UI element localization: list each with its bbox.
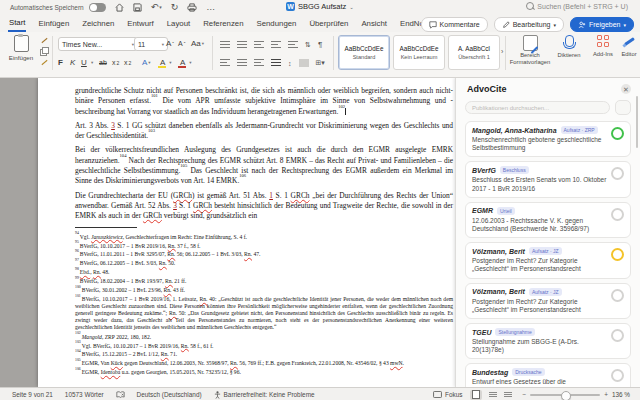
text-effects-button[interactable]: A▾ [142,56,151,69]
justify-icon[interactable] [271,59,281,67]
align-left-icon[interactable] [220,59,230,67]
underline-button[interactable]: U [81,56,87,69]
bold-button[interactable]: F [58,56,63,69]
bullet-list-icon[interactable] [220,41,230,49]
shading-icon[interactable] [299,59,309,67]
underline-chevron[interactable]: ▾ [91,56,93,69]
citation-card[interactable]: Mangold, Anna-KatharinaAufsatz · ZRPMens… [465,121,631,157]
more-icon[interactable]: … [206,3,215,12]
italic-button[interactable]: K [70,56,75,69]
change-case-button[interactable]: Aa▾ [191,37,204,50]
tab-entwurf[interactable]: Entwurf [126,16,154,31]
subscript-button[interactable]: x2 [112,56,119,69]
citation-card[interactable]: EGMRUrteil12.06.2003 - Rechtssache V. K.… [465,202,631,238]
zoom-in-icon[interactable]: + [604,391,608,398]
multilevel-list-icon[interactable] [254,41,264,49]
language-indicator[interactable]: Deutsch (Deutschland) [137,391,202,398]
align-center-icon[interactable] [237,59,247,67]
copy-icon[interactable] [40,48,48,55]
tab-einfügen[interactable]: Einfügen [37,16,70,31]
citation-status-ring-icon[interactable] [611,329,624,342]
footnote-97: 97BVerfG, 06.12.2005 – 1 BvL 3/03, Rn. 5… [75,258,453,267]
autosave-toggle[interactable] [89,3,106,12]
tab-zeichnen[interactable]: Zeichnen [81,16,115,31]
citation-status-ring-icon[interactable] [611,289,624,302]
cut-icon[interactable] [40,37,48,44]
dictate-button[interactable]: Diktieren [554,35,584,59]
style-überschrift-1[interactable]: A. AaBbCcIÜberschrift 1 [448,35,500,70]
styles-pane-button[interactable]: Bereich Formatvorlagen [509,35,551,65]
align-right-icon[interactable] [254,59,264,67]
zoom-slider[interactable] [530,394,600,396]
tab-überprüfen[interactable]: Überprüfen [308,16,349,31]
proofing-icon[interactable] [116,391,125,399]
shrink-font-button[interactable]: Aˇ [178,37,185,50]
tab-start[interactable]: Start [8,15,26,32]
pencil-icon [502,21,510,29]
accessibility-indicator[interactable]: Barrierefreiheit: Keine Probleme [214,391,315,399]
styles-gallery-more-icon[interactable]: › [501,48,503,55]
print-icon[interactable] [187,3,197,12]
increase-indent-icon[interactable] [288,41,298,49]
comments-button[interactable]: Kommentare [421,17,488,32]
font-size-select[interactable]: 11▾ [134,37,168,51]
line-spacing-icon[interactable]: ↕ [288,60,292,67]
home-icon[interactable] [115,3,124,12]
style-kein-leerraum[interactable]: AaBbCcDdEeKein Leerraum [393,35,445,70]
share-button[interactable]: Freigeben ▾ [570,17,634,32]
zoom-slider-knob[interactable] [561,391,571,400]
print-layout-view-button[interactable] [470,390,482,400]
citation-status-ring-icon[interactable] [611,208,624,221]
numbered-list-icon[interactable] [237,41,247,49]
editing-mode-button[interactable]: Bearbeitung ▾ [494,17,564,32]
font-name-select[interactable]: Times New...▾ [58,37,138,51]
citation-type-badge: Aufsatz · JZ [529,247,562,255]
undo-icon[interactable]: ↶▾ [151,3,162,12]
ribbon: Einfügen Times New...▾ 11▾ Aˆ Aˇ Aa▾ F K… [0,32,640,78]
tab-layout[interactable]: Layout [166,16,191,31]
citation-card[interactable]: TGEUStellungnahmeStellungnahme zum SBGG-… [465,323,631,359]
citation-card[interactable]: Völzmann, BeritAufsatz · JZPostgender im… [465,242,631,278]
citation-card[interactable]: BundestagDrucksacheEntwurf eines Gesetze… [465,363,631,387]
citation-card[interactable]: Völzmann, BeritAufsatz · JZPostgender im… [465,283,631,319]
zoom-out-icon[interactable]: − [522,391,526,398]
format-painter-icon[interactable] [40,59,48,66]
outline-view-icon[interactable] [489,391,497,398]
undo-menu-chevron[interactable]: ▾ [159,3,162,12]
sidebar-scrollbar[interactable] [636,96,638,148]
advocite-search-input[interactable]: Publikationen durchsuchen... [465,101,610,114]
zoom-percentage[interactable]: 136 % [612,391,630,398]
style-standard[interactable]: AaBbCcDdEeStandard [338,35,390,70]
tab-referenzen[interactable]: Referenzen [202,16,244,31]
redo-icon[interactable]: ↻ [171,3,179,12]
tab-ansicht[interactable]: Ansicht [360,16,388,31]
superscript-button[interactable]: x2 [124,56,131,69]
focus-mode-button[interactable]: Fokus [433,391,462,398]
page-indicator[interactable]: Seite 9 von 21 [12,391,53,398]
save-icon[interactable] [133,3,142,12]
draft-view-icon[interactable] [504,391,512,398]
font-color-button[interactable]: A▾ [180,56,192,69]
close-icon[interactable]: ✕ [621,84,631,94]
addins-button[interactable]: Add-Ins [589,35,617,58]
editor-button[interactable]: Editor [618,35,640,58]
tab-sendungen[interactable]: Sendungen [256,16,298,31]
highlight-button[interactable]: A▾ [160,56,172,69]
editor-pen-icon [623,35,636,48]
citation-card[interactable]: BVerfGBeschlussBeschluss des Ersten Sena… [465,161,631,197]
grow-font-button[interactable]: Aˆ [166,37,174,50]
word-count[interactable]: 10573 Wörter [65,391,104,398]
addins-grid-icon [597,35,610,48]
filter-button[interactable] [615,100,631,115]
citation-status-ring-icon[interactable] [611,127,624,140]
document-title[interactable]: W SBGG Aufsatz ⌄ [286,2,354,11]
strikethrough-button[interactable]: ab [99,56,107,69]
borders-icon[interactable]: ⊞▾ [316,59,325,67]
titlebar-search[interactable]: Suchen (Befehl + STRG + U) [526,2,628,10]
paste-button[interactable]: Einfügen [5,35,37,61]
sort-icon[interactable]: ⇅ [305,41,311,49]
advocite-panel: AdvoCite ✕ Publikationen durchsuchen... … [455,78,640,387]
document-page[interactable]: grundrechtliche Schutz nicht auf Persone… [38,78,455,387]
decrease-indent-icon[interactable] [271,41,281,49]
pilcrow-icon[interactable]: ¶ [318,40,322,49]
